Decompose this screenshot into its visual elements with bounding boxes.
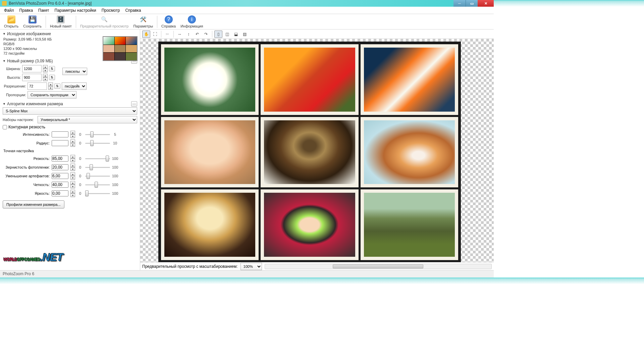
minimize-button[interactable]: ─ bbox=[453, 0, 466, 7]
preview-zoom-label: Предварительный просмотр с масштабирован… bbox=[142, 264, 238, 269]
save-icon: 💾 bbox=[29, 15, 37, 23]
intensity-input[interactable] bbox=[52, 131, 68, 137]
section-options-button[interactable]: ⋯ bbox=[131, 101, 137, 107]
artifact-spinner[interactable]: ▲▼ bbox=[70, 172, 75, 180]
zoom-select[interactable]: 100% bbox=[240, 263, 262, 270]
grain-slider[interactable] bbox=[85, 164, 110, 171]
artifact-slider[interactable] bbox=[85, 173, 110, 179]
flip-v-button[interactable]: ↕ bbox=[184, 31, 193, 38]
photo-cell bbox=[161, 44, 259, 115]
canvas-area[interactable] bbox=[140, 39, 494, 262]
unsharp-checkbox-row: Контурная резкость bbox=[3, 124, 137, 130]
view-split-h-button[interactable]: ◫ bbox=[223, 31, 231, 38]
sharpness-input[interactable] bbox=[52, 156, 68, 162]
link-button[interactable]: ⇅ bbox=[54, 83, 60, 89]
vivid-spinner[interactable]: ▲▼ bbox=[70, 190, 75, 197]
intensity-spinner[interactable]: ▲▼ bbox=[70, 131, 75, 138]
preview-bar: Предварительный просмотр с масштабирован… bbox=[140, 262, 494, 270]
close-button[interactable]: ✕ bbox=[478, 0, 494, 7]
preset-select[interactable]: Универсальный * bbox=[38, 116, 137, 123]
save-button[interactable]: 💾Сохранить bbox=[21, 15, 44, 29]
menu-file[interactable]: Файл bbox=[1, 7, 17, 14]
resolution-spinner[interactable]: ▲▼ bbox=[48, 82, 53, 90]
photo-cell bbox=[261, 117, 358, 188]
sharpness-spinner[interactable]: ▲▼ bbox=[70, 155, 75, 162]
photo-cell bbox=[361, 117, 458, 188]
artifact-label: Уменьшение артефактов: bbox=[3, 174, 50, 178]
vivid-slider[interactable] bbox=[85, 190, 110, 197]
width-input[interactable] bbox=[22, 65, 42, 72]
hand-tool-button[interactable]: ✋ bbox=[142, 31, 150, 38]
params-button[interactable]: 🛠️Параметры bbox=[131, 15, 155, 29]
unsharp-checkbox[interactable] bbox=[3, 125, 7, 129]
intensity-slider[interactable] bbox=[85, 131, 110, 138]
view-grid-button[interactable]: ▤ bbox=[240, 31, 249, 38]
collapse-icon: ▼ bbox=[3, 102, 6, 106]
photo-cell bbox=[361, 44, 458, 115]
window-title: BenVista PhotoZoom Pro 6.0.4 - [example.… bbox=[9, 1, 92, 6]
link-button[interactable]: ⇅ bbox=[49, 66, 55, 71]
unsharp-label: Контурная резкость bbox=[8, 125, 45, 129]
menu-help[interactable]: Справка bbox=[122, 7, 144, 14]
grain-spinner[interactable]: ▲▼ bbox=[70, 164, 75, 171]
resolution-label: Разрешение: bbox=[3, 84, 26, 88]
info-icon: i bbox=[188, 15, 196, 23]
algo-section-header[interactable]: ▼Алгоритм изменения размера⋯ bbox=[3, 101, 137, 107]
rotate-left-button[interactable]: ↶ bbox=[193, 31, 201, 38]
menu-settings[interactable]: Параметры настройки bbox=[52, 7, 99, 14]
height-label: Высота: bbox=[3, 75, 21, 79]
preview-button[interactable]: 🔍Предварительный просмотр bbox=[78, 15, 131, 29]
maximize-button[interactable]: ▭ bbox=[466, 0, 478, 7]
link-button[interactable]: ⇅ bbox=[49, 75, 55, 80]
radius-spinner[interactable]: ▲▼ bbox=[70, 139, 75, 147]
status-bar: PhotoZoom Pro 6 bbox=[0, 270, 494, 278]
height-input[interactable] bbox=[22, 74, 42, 81]
resize-profiles-button[interactable]: Профили изменения размера... bbox=[3, 200, 64, 208]
crisp-label: Четкость: bbox=[3, 183, 50, 187]
photo-cell bbox=[261, 44, 358, 115]
sharpness-slider[interactable] bbox=[85, 155, 110, 162]
width-label: Ширина: bbox=[3, 67, 21, 71]
open-button[interactable]: 📂Открыть bbox=[2, 15, 20, 29]
toolbar-separator bbox=[46, 16, 46, 28]
radius-input[interactable] bbox=[52, 140, 68, 146]
height-spinner[interactable]: ▲▼ bbox=[43, 74, 48, 81]
info-button[interactable]: iИнформация bbox=[178, 15, 205, 29]
resolution-input[interactable] bbox=[28, 82, 47, 90]
crisp-slider[interactable] bbox=[85, 181, 110, 188]
algorithm-select[interactable]: S-Spline Max bbox=[3, 107, 137, 115]
menu-edit[interactable]: Правка bbox=[17, 7, 36, 14]
flip-h-button[interactable]: ↔ bbox=[176, 31, 184, 38]
thumbnail-navigator[interactable] bbox=[103, 36, 138, 61]
crisp-spinner[interactable]: ▲▼ bbox=[70, 181, 75, 188]
view-single-button[interactable]: ▯ bbox=[214, 31, 222, 38]
crisp-input[interactable] bbox=[52, 182, 68, 188]
width-spinner[interactable]: ▲▼ bbox=[43, 65, 48, 72]
content-area: ▼Исходное изображение Размер: 3,09 МБ / … bbox=[0, 29, 494, 270]
toolbar-separator bbox=[76, 16, 76, 28]
vivid-input[interactable] bbox=[52, 190, 68, 196]
artifact-input[interactable] bbox=[52, 173, 68, 179]
res-units-select[interactable]: пкс/дюйм bbox=[62, 82, 87, 90]
batch-icon: 🗄️ bbox=[57, 15, 65, 23]
menu-view[interactable]: Просмотр bbox=[99, 7, 123, 14]
window-controls: ─ ▭ ✕ bbox=[453, 0, 494, 7]
preset-label: Наборы настроек: bbox=[3, 118, 36, 122]
select-tool-button[interactable]: ⛶ bbox=[151, 31, 159, 38]
grain-input[interactable] bbox=[52, 164, 68, 170]
rotate-right-button[interactable]: ↷ bbox=[202, 31, 210, 38]
main-toolbar: 📂Открыть 💾Сохранить 🗄️Новый пакет 🔍Предв… bbox=[0, 14, 494, 29]
tools-icon: 🛠️ bbox=[139, 15, 147, 23]
collapse-icon: ▼ bbox=[3, 59, 6, 63]
units-select[interactable]: пикселы bbox=[62, 68, 87, 75]
image-preview bbox=[158, 42, 461, 262]
horizontal-scrollbar[interactable] bbox=[265, 264, 492, 269]
view-split-v-button[interactable]: ⬓ bbox=[232, 31, 240, 38]
ratio-select[interactable]: Сохранить пропорции bbox=[28, 91, 76, 99]
main-area: ✋ ⛶ ✂ ↔ ↕ ↶ ↷ ▯ ◫ ⬓ ▤ bbox=[140, 29, 494, 270]
radius-slider[interactable] bbox=[85, 140, 110, 146]
help-button[interactable]: ?Справка bbox=[159, 15, 178, 29]
crop-button[interactable]: ✂ bbox=[163, 31, 171, 38]
new-batch-button[interactable]: 🗄️Новый пакет bbox=[48, 15, 74, 29]
menu-batch[interactable]: Пакет bbox=[36, 7, 52, 14]
